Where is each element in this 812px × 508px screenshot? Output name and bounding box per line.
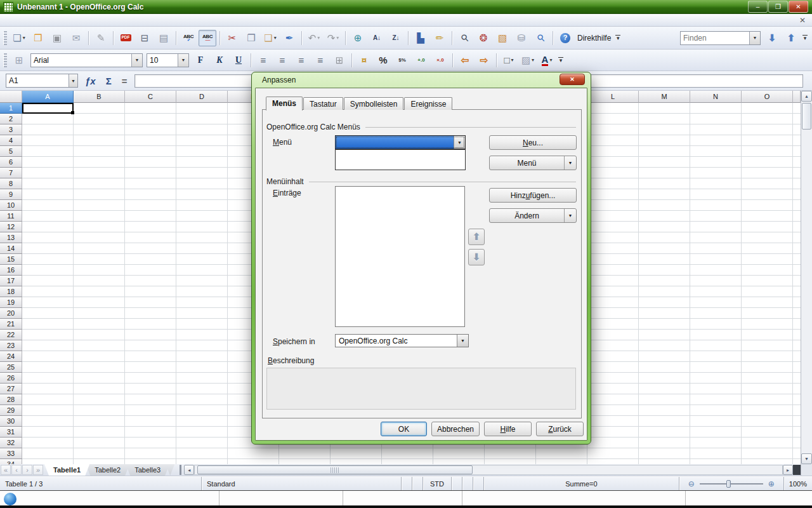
cell-M28[interactable] [639, 394, 690, 405]
add-decimal-icon[interactable]: +.0 [412, 52, 430, 69]
row-header-10[interactable]: 10 [0, 200, 22, 211]
name-box-dropdown-icon[interactable]: ▼ [69, 74, 77, 87]
row-header-28[interactable]: 28 [0, 394, 22, 405]
cell-B12[interactable] [74, 222, 125, 232]
cell-B27[interactable] [74, 384, 125, 394]
cell-D15[interactable] [176, 254, 228, 265]
cell-D16[interactable] [176, 265, 228, 276]
cell-D4[interactable] [176, 135, 228, 146]
cell-A3[interactable] [22, 124, 74, 135]
row-header-1[interactable]: 1 [0, 103, 22, 114]
cell-N8[interactable] [690, 178, 742, 189]
cell-A31[interactable] [22, 427, 74, 438]
cell-N11[interactable] [690, 211, 742, 222]
new-document-icon[interactable]: ❏▾ [10, 30, 28, 46]
cell-D10[interactable] [176, 200, 228, 211]
cell-D8[interactable] [176, 178, 228, 189]
cell-G34[interactable] [331, 459, 382, 464]
cell-A21[interactable] [22, 319, 74, 330]
hyperlink-icon[interactable]: ⊕ [349, 30, 367, 46]
row-header-8[interactable]: 8 [0, 178, 22, 189]
font-size-combo-input[interactable] [147, 54, 178, 67]
cell-C34[interactable] [125, 459, 176, 464]
cell-B17[interactable] [74, 276, 125, 286]
cell-O21[interactable] [742, 319, 793, 330]
cell-A28[interactable] [22, 394, 74, 405]
select-all-corner[interactable] [0, 91, 22, 103]
cell-A6[interactable] [22, 157, 74, 168]
cell-N4[interactable] [690, 135, 742, 146]
font-size-combo-dropdown-icon[interactable]: ▼ [178, 54, 188, 67]
cell-N18[interactable] [690, 286, 742, 297]
cell-L14[interactable] [587, 243, 639, 254]
cell-B30[interactable] [74, 416, 125, 427]
cell-A23[interactable] [22, 340, 74, 351]
cell-L34[interactable] [587, 459, 639, 464]
cell-B19[interactable] [74, 297, 125, 308]
cell-O10[interactable] [742, 200, 793, 211]
cell-O32[interactable] [742, 438, 793, 448]
row-header-6[interactable]: 6 [0, 157, 22, 168]
cell-A17[interactable] [22, 276, 74, 286]
row-header-11[interactable]: 11 [0, 211, 22, 222]
cell-M5[interactable] [639, 146, 690, 157]
aendern-split-button[interactable]: Ändern▼ [489, 208, 577, 223]
borders-icon-dropdown[interactable]: ▾ [511, 57, 514, 63]
cell-O34[interactable] [742, 459, 793, 464]
zoom-out-icon[interactable]: ⊖ [688, 479, 695, 488]
cell-A8[interactable] [22, 178, 74, 189]
cell-D6[interactable] [176, 157, 228, 168]
cell-D18[interactable] [176, 286, 228, 297]
cell-B26[interactable] [74, 373, 125, 384]
cell-O7[interactable] [742, 168, 793, 178]
cell-M31[interactable] [639, 427, 690, 438]
cell-N27[interactable] [690, 384, 742, 394]
cell-F33[interactable] [279, 448, 331, 459]
increase-indent-icon[interactable]: ⇨ [475, 52, 493, 69]
menu-combobox-open-list[interactable] [335, 149, 466, 170]
move-down-button[interactable]: ⬇ [468, 249, 485, 265]
cell-O3[interactable] [742, 124, 793, 135]
vertical-scrollbar-thumb[interactable] [802, 103, 811, 130]
cell-L10[interactable] [587, 200, 639, 211]
cell-D33[interactable] [176, 448, 228, 459]
font-name-combo-input[interactable] [31, 54, 131, 67]
cell-N1[interactable] [690, 103, 742, 114]
cell-L19[interactable] [587, 297, 639, 308]
cell-B29[interactable] [74, 405, 125, 416]
row-header-24[interactable]: 24 [0, 351, 22, 362]
cell-C32[interactable] [125, 438, 176, 448]
background-color-icon[interactable]: ▨▾ [519, 52, 537, 69]
background-color-icon-dropdown[interactable]: ▾ [532, 57, 534, 63]
delete-decimal-icon[interactable]: ×.0 [431, 52, 449, 69]
currency-format-icon[interactable]: ¤ [355, 52, 373, 69]
window-close-button[interactable]: ✕ [789, 1, 808, 13]
cell-M12[interactable] [639, 222, 690, 232]
find-replace-icon[interactable]: ⚲ [455, 30, 473, 46]
cell-D28[interactable] [176, 394, 228, 405]
menu-split-button[interactable]: Menü▼ [489, 156, 577, 170]
cell-M11[interactable] [639, 211, 690, 222]
cell-L9[interactable] [587, 189, 639, 200]
description-textbox[interactable] [266, 368, 576, 410]
cell-N23[interactable] [690, 340, 742, 351]
cell-D26[interactable] [176, 373, 228, 384]
cell-E33[interactable] [228, 448, 279, 459]
cell-N33[interactable] [690, 448, 742, 459]
row-header-18[interactable]: 18 [0, 286, 22, 297]
cell-M18[interactable] [639, 286, 690, 297]
cell-O26[interactable] [742, 373, 793, 384]
cell-N21[interactable] [690, 319, 742, 330]
cell-D3[interactable] [176, 124, 228, 135]
row-header-29[interactable]: 29 [0, 405, 22, 416]
zurueck-button[interactable]: Zurück [536, 422, 584, 436]
cell-O28[interactable] [742, 394, 793, 405]
cell-C23[interactable] [125, 340, 176, 351]
cell-B6[interactable] [74, 157, 125, 168]
cell-A19[interactable] [22, 297, 74, 308]
cell-B15[interactable] [74, 254, 125, 265]
cell-C29[interactable] [125, 405, 176, 416]
cell-C10[interactable] [125, 200, 176, 211]
cut-icon[interactable]: ✂ [223, 30, 241, 46]
cell-C22[interactable] [125, 330, 176, 340]
